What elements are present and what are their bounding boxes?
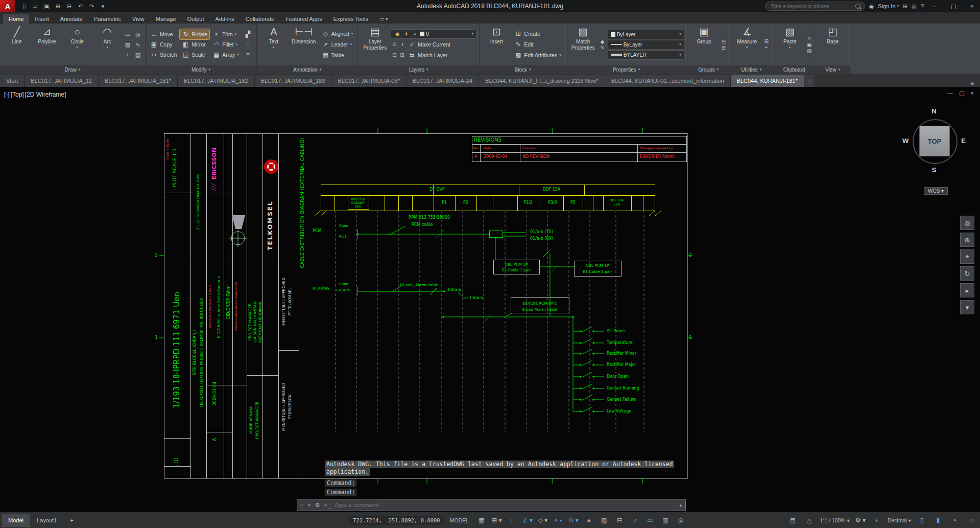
viewport-visual-style-control[interactable]: [2D Wireframe]: [25, 91, 66, 98]
file-tab[interactable]: BLC044, KURANJI-181*: [731, 75, 804, 87]
app-store-icon[interactable]: ⊞: [903, 3, 907, 10]
help-search-input[interactable]: [770, 3, 853, 10]
file-tab[interactable]: BLC017, JATIMULIA_12: [25, 75, 99, 87]
layer-properties-button[interactable]: ▤Layer Properties: [361, 25, 389, 64]
layout1-tab[interactable]: Layout1: [31, 514, 63, 527]
help-search[interactable]: [765, 2, 865, 11]
file-tab[interactable]: BLC017, JATIMULIA_183: [255, 75, 332, 87]
layer-off-icon[interactable]: ⊟: [391, 52, 398, 58]
modify-extra-1-button[interactable]: ▞: [242, 29, 254, 39]
drawing-close-icon[interactable]: ×: [971, 90, 974, 97]
array-button[interactable]: ▦Array▾: [210, 50, 241, 60]
drawing-canvas[interactable]: Scale = ScalePLOT SCALE 1:11/193 18-IPRP…: [0, 87, 980, 512]
text-button[interactable]: AText▾: [259, 25, 288, 64]
isometric-drafting-icon[interactable]: ◇ ▾: [536, 515, 550, 526]
drawing-restore-icon[interactable]: ▢: [959, 90, 964, 97]
arc-button[interactable]: ◠Arc▾: [93, 25, 122, 64]
ortho-mode-icon[interactable]: ∟: [505, 515, 519, 526]
annotation-scale-control[interactable]: 1:1 / 100% ▾: [818, 515, 851, 526]
ribbon-tab-parametric[interactable]: Parametric: [88, 14, 127, 24]
quick-calc-icon[interactable]: ⊞: [763, 38, 770, 44]
annotation-panel-label[interactable]: Annotation▾: [257, 65, 358, 74]
rectangle-icon[interactable]: ▭: [123, 30, 132, 39]
new-file-icon[interactable]: ▯: [19, 3, 29, 10]
lock-ui-icon[interactable]: ▥: [658, 515, 673, 526]
viewport-minimize-control[interactable]: [-]: [4, 91, 10, 98]
groups-panel-label[interactable]: Groups▾: [687, 65, 730, 74]
table-button[interactable]: ▦Table: [320, 50, 355, 60]
ribbon-tab-manage[interactable]: Manage: [150, 14, 182, 24]
workspace-switching-icon[interactable]: ⚙ ▾: [853, 515, 868, 526]
create-block-button[interactable]: ⊞Create: [512, 29, 563, 39]
ribbon-tab-featured-apps[interactable]: Featured Apps: [280, 14, 328, 24]
layers-panel-label[interactable]: Layers▾: [358, 65, 479, 74]
layer-combo[interactable]: ◉ ☀ ▪ 0 ▾: [391, 29, 476, 39]
plot-icon[interactable]: ⊟: [64, 3, 74, 10]
file-tab[interactable]: Start: [0, 75, 25, 87]
orbit-icon[interactable]: ↻: [960, 266, 974, 281]
spline-icon[interactable]: ∿: [133, 40, 142, 49]
restore-button[interactable]: ▢: [946, 0, 961, 12]
block-panel-label[interactable]: Block▾: [480, 65, 565, 74]
save-icon[interactable]: ▣: [42, 3, 52, 10]
ribbon-tab-output[interactable]: Output: [182, 14, 210, 24]
new-layout-button[interactable]: +: [64, 514, 79, 527]
edit-attributes-button[interactable]: ▩Edit Attributes▾: [512, 50, 563, 60]
save-as-icon[interactable]: ⊞: [53, 3, 63, 10]
measure-button[interactable]: ∡Measure▾: [733, 25, 761, 64]
fillet-button[interactable]: ◠Fillet▾: [210, 39, 241, 50]
layer-isolate-icon[interactable]: ⊙: [391, 41, 398, 47]
clean-screen-icon[interactable]: □: [964, 515, 978, 526]
minimize-button[interactable]: —: [928, 0, 942, 12]
id-point-icon[interactable]: ⌖: [763, 44, 770, 51]
properties-tool-2-icon[interactable]: ✎: [599, 45, 606, 51]
command-customize-icon[interactable]: ⚙: [313, 502, 322, 509]
lineweight-display-icon[interactable]: ≡: [582, 515, 596, 526]
match-layer-button[interactable]: ⇆Match Layer: [406, 50, 449, 60]
edit-block-button[interactable]: ✎Edit: [512, 39, 563, 50]
isolate-status-icon[interactable]: ◔: [947, 515, 962, 526]
annotation-monitor-icon[interactable]: +: [870, 515, 884, 526]
ribbon-tab-insert[interactable]: Insert: [29, 14, 55, 24]
compass-south[interactable]: S: [932, 166, 937, 174]
polyline-button[interactable]: ⊿Polyline: [33, 25, 61, 64]
file-tab[interactable]: BLC044, KURANJI-01...acement_information: [605, 75, 731, 87]
group-edit-icon[interactable]: ⊞: [720, 45, 727, 51]
command-line-bar[interactable]: ∷ × ⚙ >_ ▴: [297, 499, 686, 511]
rotate-button[interactable]: ↻Rotate: [180, 29, 209, 39]
insert-button[interactable]: ⊡Insert: [482, 25, 511, 64]
polar-tracking-icon[interactable]: ∠ ▾: [520, 515, 535, 526]
aligned-button[interactable]: ◇Aligned▾: [320, 29, 355, 39]
redo-icon[interactable]: ↷: [87, 3, 97, 10]
line-button[interactable]: ╱Line: [3, 25, 31, 64]
zoom-icon[interactable]: ⌖: [960, 249, 974, 264]
dynamic-ucs-icon[interactable]: ⊿: [628, 515, 642, 526]
sign-in-button[interactable]: Sign In▾: [878, 3, 899, 9]
quick-properties-icon[interactable]: ▯: [915, 515, 929, 526]
match-clip-icon[interactable]: ▨: [806, 48, 813, 54]
properties-tool-1-icon[interactable]: ◆: [599, 39, 606, 44]
transparency-icon[interactable]: ▨: [597, 515, 611, 526]
selection-cycling-icon[interactable]: ⊟: [612, 515, 627, 526]
file-tab[interactable]: BLC017, JATIMULIA-24: [407, 75, 479, 87]
annotation-visibility-icon[interactable]: ▤: [785, 515, 800, 526]
autodesk-account-icon[interactable]: ◉: [869, 3, 874, 10]
ribbon-display-toggle-icon[interactable]: ▭ ▾: [377, 14, 391, 24]
compass-east[interactable]: E: [961, 137, 966, 145]
view-panel-label[interactable]: View▾: [816, 65, 850, 74]
copy-button[interactable]: ▣Copy: [148, 39, 179, 50]
viewport-view-control[interactable]: [Top]: [11, 91, 24, 98]
copy-clip-icon[interactable]: ▣: [806, 42, 813, 48]
ribbon-tab-express-tools[interactable]: Express Tools: [328, 14, 374, 24]
app-logo[interactable]: A: [0, 0, 15, 12]
wcs-selector[interactable]: WCS ▾: [924, 187, 948, 195]
showmotion-icon[interactable]: ▸: [960, 283, 974, 297]
stretch-button[interactable]: ↦Stretch: [148, 50, 179, 60]
match-properties-button[interactable]: ▨Match Properties: [569, 25, 597, 64]
object-color-combo[interactable]: ByLayer▾: [608, 30, 684, 39]
model-tab[interactable]: Model: [2, 514, 30, 527]
isolate-objects-icon[interactable]: ◎: [674, 515, 688, 526]
drawing-minimize-icon[interactable]: —: [947, 90, 953, 97]
navbar-menu-icon[interactable]: ▾: [960, 300, 974, 314]
graphics-performance-icon[interactable]: ▮: [931, 515, 945, 526]
